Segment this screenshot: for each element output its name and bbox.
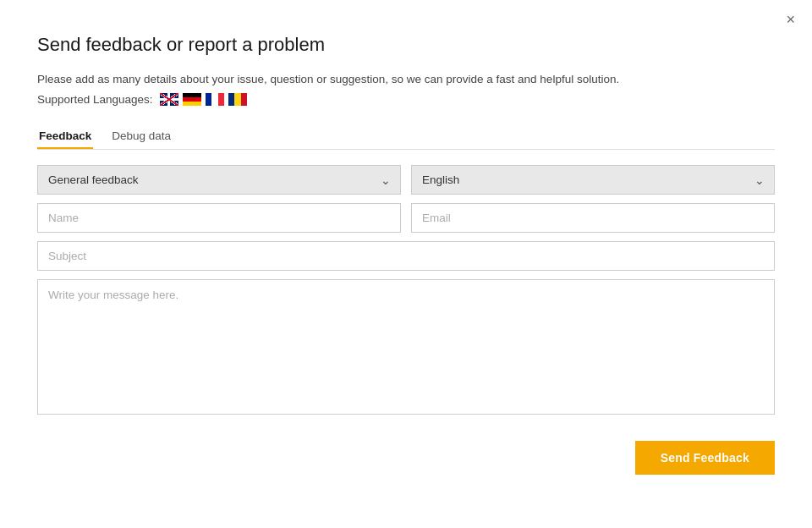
language-dropdown[interactable]: English German French Romanian — [411, 165, 775, 195]
dialog-title: Send feedback or report a problem — [37, 34, 775, 56]
subject-row — [37, 241, 775, 271]
close-button[interactable]: × — [781, 8, 800, 30]
tab-debug[interactable]: Debug data — [110, 124, 173, 149]
send-feedback-button[interactable]: Send Feedback — [635, 441, 775, 475]
feedback-type-wrapper: General feedback Bug report Feature requ… — [37, 165, 401, 195]
flag-uk-icon — [160, 93, 178, 106]
flag-de-icon — [183, 93, 201, 106]
feedback-dialog: × Send feedback or report a problem Plea… — [0, 0, 812, 528]
name-input[interactable] — [37, 203, 401, 233]
email-input[interactable] — [411, 203, 775, 233]
supported-languages-label: Supported Languages: — [37, 93, 153, 106]
message-textarea[interactable] — [37, 279, 775, 415]
dialog-footer: Send Feedback — [37, 441, 775, 475]
feedback-type-dropdown[interactable]: General feedback Bug report Feature requ… — [37, 165, 401, 195]
language-wrapper: English German French Romanian ⌄ — [411, 165, 775, 195]
dialog-description: Please add as many details about your is… — [37, 71, 775, 88]
flags-container — [160, 93, 247, 106]
subject-input[interactable] — [37, 241, 775, 271]
supported-languages: Supported Languages: — [37, 93, 775, 106]
tab-feedback[interactable]: Feedback — [37, 124, 93, 149]
tabs-container: Feedback Debug data — [37, 124, 775, 150]
name-email-row — [37, 203, 775, 233]
flag-fr-icon — [206, 93, 224, 106]
dropdowns-row: General feedback Bug report Feature requ… — [37, 165, 775, 195]
flag-ro-icon — [228, 93, 247, 106]
